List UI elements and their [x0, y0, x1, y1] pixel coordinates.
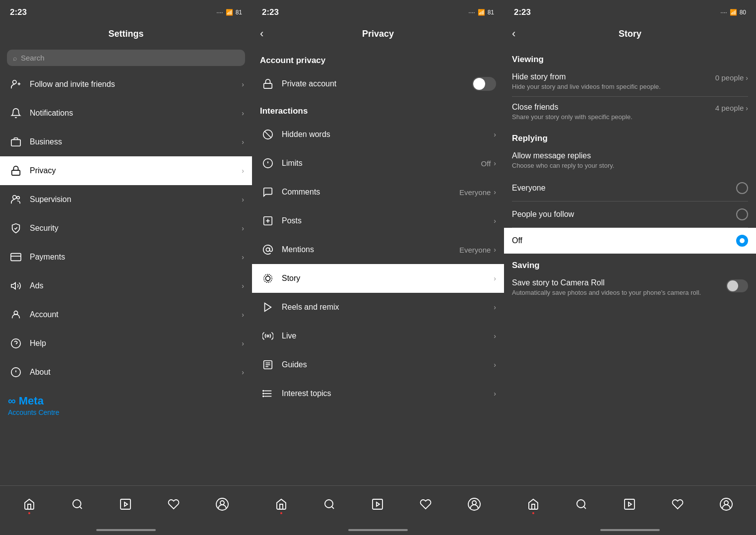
security-icon [8, 223, 24, 234]
heart-nav-icon-2 [420, 498, 432, 513]
off-radio[interactable] [736, 235, 748, 247]
privacy-item-hidden-words[interactable]: Hidden words › [252, 120, 504, 149]
save-story-toggle[interactable] [726, 279, 748, 292]
ads-label: Ads [30, 281, 242, 290]
nav-likes-2[interactable] [420, 498, 432, 513]
business-icon [8, 136, 24, 147]
settings-title: Settings [108, 29, 143, 39]
hide-story-chevron: › [746, 74, 748, 82]
privacy-item-posts[interactable]: Posts › [252, 206, 504, 235]
settings-list: Follow and invite friends › Notification… [0, 70, 252, 485]
notifications-chevron: › [242, 109, 244, 117]
profile-nav-icon-2 [468, 498, 481, 514]
viewing-header: Viewing [504, 48, 756, 67]
saving-header: Saving [504, 254, 756, 272]
limits-value: Off [481, 159, 491, 168]
home-indicator-2 [252, 525, 504, 535]
settings-item-ads[interactable]: Ads › [0, 271, 252, 300]
settings-item-payments[interactable]: Payments › [0, 243, 252, 271]
privacy-item-live[interactable]: Live › [252, 322, 504, 350]
privacy-item-limits[interactable]: Limits Off › [252, 149, 504, 178]
private-account-toggle[interactable] [472, 77, 496, 91]
close-friends-item[interactable]: Close friends 4 people › Share your stor… [504, 97, 756, 127]
settings-item-business[interactable]: Business › [0, 128, 252, 156]
privacy-label: Privacy [30, 166, 242, 175]
close-friends-sub: Share your story only with specific peop… [512, 113, 748, 121]
settings-item-security[interactable]: Security › [0, 214, 252, 243]
svg-point-11 [11, 339, 20, 348]
svg-point-37 [267, 335, 269, 337]
settings-item-account[interactable]: Account › [0, 300, 252, 329]
privacy-item-guides[interactable]: Guides › [252, 350, 504, 379]
hide-story-from-item[interactable]: Hide story from 0 people › Hide your sto… [504, 67, 756, 96]
settings-item-about[interactable]: About › [0, 358, 252, 387]
search-icon: ⌕ [13, 54, 17, 62]
nav-home-2[interactable] [275, 498, 287, 513]
interactions-header: Interactions [252, 98, 504, 120]
privacy-icon [8, 165, 24, 176]
reels-nav-icon [120, 498, 131, 513]
svg-marker-9 [11, 283, 15, 289]
settings-item-notifications[interactable]: Notifications › [0, 99, 252, 128]
svg-point-5 [13, 196, 16, 199]
nav-profile-2[interactable] [468, 498, 481, 514]
save-story-sub: Automatically save photos and videos to … [512, 289, 701, 296]
privacy-item-comments[interactable]: Comments Everyone › [252, 178, 504, 206]
nav-home-1[interactable] [23, 498, 35, 513]
accounts-centre-link[interactable]: Accounts Centre [8, 408, 244, 416]
story-panel: 2:23 ···· 📶 80 ‹ Story Viewing Hide stor… [504, 0, 756, 535]
privacy-item-story[interactable]: Story › [252, 264, 504, 293]
off-label: Off [512, 236, 522, 245]
svg-rect-50 [373, 499, 382, 509]
private-account-row[interactable]: Private account [252, 69, 504, 98]
back-button-3[interactable]: ‹ [512, 27, 515, 40]
svg-point-53 [472, 501, 476, 505]
nav-likes-1[interactable] [168, 498, 180, 513]
nav-home-3[interactable] [527, 498, 539, 513]
nav-reels-3[interactable] [624, 498, 635, 513]
nav-reels-2[interactable] [372, 498, 383, 513]
privacy-item-interest-topics[interactable]: Interest topics › [252, 379, 504, 408]
story-header: ‹ Story [504, 22, 756, 48]
settings-item-help[interactable]: Help › [0, 329, 252, 358]
interest-topics-label: Interest topics [282, 389, 494, 398]
nav-profile-3[interactable] [720, 498, 733, 514]
hidden-words-label: Hidden words [282, 130, 494, 139]
comments-chevron: › [494, 188, 496, 196]
battery-icon: 81 [236, 9, 242, 16]
people-follow-radio[interactable] [736, 208, 748, 220]
people-follow-label: People you follow [512, 210, 574, 219]
svg-point-31 [266, 248, 269, 251]
radio-everyone[interactable]: Everyone [504, 175, 756, 201]
settings-item-privacy[interactable]: Privacy › [0, 156, 252, 185]
privacy-item-reels[interactable]: Reels and remix › [252, 293, 504, 322]
signal-icon: ···· [216, 9, 223, 16]
radio-people-you-follow[interactable]: People you follow [504, 201, 756, 227]
back-button-2[interactable]: ‹ [260, 27, 263, 40]
wifi-icon: 📶 [226, 9, 233, 16]
payments-label: Payments [30, 253, 242, 262]
nav-profile-1[interactable] [216, 498, 229, 514]
settings-item-supervision[interactable]: Supervision › [0, 185, 252, 214]
everyone-radio[interactable] [736, 182, 748, 194]
nav-search-3[interactable] [575, 498, 587, 513]
privacy-item-mentions[interactable]: Mentions Everyone › [252, 235, 504, 264]
nav-search-2[interactable] [323, 498, 335, 513]
nav-likes-3[interactable] [672, 498, 684, 513]
nav-search-1[interactable] [71, 498, 83, 513]
help-chevron: › [242, 339, 244, 347]
svg-point-16 [73, 500, 81, 508]
svg-marker-57 [629, 502, 631, 506]
search-bar[interactable]: ⌕ Search [7, 50, 245, 66]
guides-chevron: › [494, 361, 496, 369]
svg-marker-19 [125, 502, 127, 506]
svg-point-6 [17, 197, 20, 200]
reels-chevron: › [494, 303, 496, 311]
ads-chevron: › [242, 282, 244, 290]
interest-topics-chevron: › [494, 390, 496, 398]
radio-off[interactable]: Off [504, 228, 756, 254]
save-toggle-knob [727, 280, 738, 291]
settings-item-follow[interactable]: Follow and invite friends › [0, 70, 252, 99]
svg-point-0 [13, 80, 16, 84]
nav-reels-1[interactable] [120, 498, 131, 513]
